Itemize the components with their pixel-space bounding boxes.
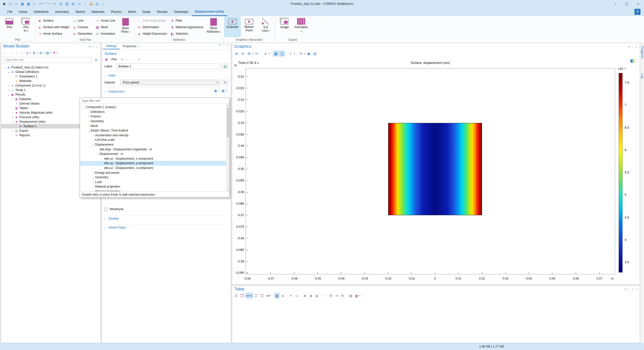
surface-plot[interactable] [388, 123, 482, 215]
zoom-out-icon[interactable]: ⊖ [240, 51, 246, 56]
more-plots-button[interactable]: MorePlots ▾ [117, 17, 134, 37]
tree-chevron-icon[interactable]: › [87, 124, 91, 127]
label-field-input[interactable] [116, 64, 220, 69]
cut-line-button[interactable]: CutLine ▾ [258, 17, 274, 37]
precision-icon[interactable]: ☰ [234, 293, 239, 298]
tree-item-displacement-m[interactable]: ⌄Displacement - m [80, 152, 229, 156]
tree-chevron-icon[interactable]: › [7, 84, 10, 87]
tree-item-results[interactable]: ⌄▣Results [1, 92, 100, 97]
tab-study[interactable]: Study [139, 8, 154, 16]
contour-table-icon[interactable]: ◍ [314, 293, 319, 298]
next-plot-icon[interactable]: → [132, 58, 135, 61]
tree-item-geometry[interactable]: ›Geometry [80, 175, 229, 180]
more-attributes-button[interactable]: MoreAttributes ▾ [206, 17, 222, 37]
save-as-icon[interactable]: ▣ [26, 1, 31, 7]
mb-show-icon[interactable]: ◎ [25, 50, 30, 55]
tree-item-elte-ux-displacement-x-component[interactable]: elte.ux - Displacement, x-component [80, 156, 229, 161]
redo-icon[interactable]: ↷ [45, 1, 51, 7]
tree-chevron-icon[interactable]: › [92, 134, 95, 137]
tree-item-elte-uy-displacement-y-component[interactable]: elte.uy - Displacement, y-component [80, 161, 229, 166]
export-table-icon[interactable]: ⇥ [334, 293, 339, 298]
inherit-style-section-header[interactable]: › Inherit Style [104, 226, 126, 229]
mb-expand-all-icon[interactable]: ≣ [38, 50, 43, 55]
scene-settings-icon[interactable]: ⟳ [298, 51, 304, 56]
panel-pin-icon[interactable]: ⊥ [226, 43, 229, 49]
tree-item-prueba2-disp-1-mph[interactable]: ⌄◈Prueba2_disp (1).mph (root) [1, 65, 100, 70]
surface-with-height-button[interactable]: ▲Surface with Height [36, 24, 71, 30]
zoom-in-icon[interactable]: ⊕ [234, 51, 239, 56]
surface-button[interactable]: ■Surface [36, 17, 71, 24]
engineering-notation-icon[interactable]: 8.5e-1 [254, 293, 259, 298]
tree-item-displacement[interactable]: ⌄Displacement [80, 142, 229, 147]
help-button[interactable]: ? [634, 9, 640, 15]
plot-in-button[interactable]: PlotIn ▾ [18, 17, 34, 37]
panel-menu-icon[interactable]: ▾ [219, 43, 221, 49]
clear-selection-icon[interactable]: ◪ [88, 1, 94, 7]
image-button[interactable]: Image [276, 17, 293, 37]
mb-filter-icon[interactable]: ▼ [52, 50, 57, 55]
tree-chevron-icon[interactable]: › [87, 120, 91, 123]
print-icon[interactable]: ▤ [312, 51, 318, 56]
tree-item-physical-properties[interactable]: ›Physical properties [80, 189, 229, 191]
scientific-notation-icon[interactable]: 8.85e-12 [239, 293, 245, 298]
tree-item-materials[interactable]: ●Materials [1, 79, 100, 83]
comsol-logo[interactable]: ◙ [2, 1, 7, 7]
tree-item-global-definitions[interactable]: ⌄⊕Global Definitions [1, 70, 100, 74]
quality-section-header[interactable]: › Quality [104, 216, 118, 220]
save-icon[interactable]: ▣ [20, 1, 25, 7]
material-appearance-button[interactable]: ❖Material Appearance [169, 24, 205, 30]
tab-physics[interactable]: Physics [108, 8, 125, 16]
zoom-box-icon[interactable]: ⊞ [246, 51, 252, 56]
undo-icon[interactable]: ↶ [38, 1, 43, 7]
model-builder-filter-input[interactable] [3, 57, 92, 63]
tree-item-elastic-waves-time-explicit[interactable]: ⌄Elastic Waves, Time Explicit [80, 128, 229, 133]
arrow-line-button[interactable]: ↗Arrow Line [94, 17, 117, 24]
clear-table-icon[interactable]: ✎ [289, 293, 294, 298]
tree-chevron-icon[interactable]: › [92, 190, 95, 191]
go-to-view-icon[interactable]: ∠ [263, 51, 268, 56]
run-icon[interactable]: ▷ [32, 1, 37, 7]
tree-item-component-1-comp1-[interactable]: ⌄Component 1 (comp1) [80, 105, 229, 110]
tree-chevron-icon[interactable]: ⌄ [11, 120, 14, 123]
tree-item-load[interactable]: ›Load [80, 180, 229, 185]
expression-section-header[interactable]: ⌄ Expression ←→▦▾▦▾ [104, 90, 228, 93]
expr-replace-icon[interactable]: ▦ [222, 89, 224, 93]
panel-float-icon[interactable]: □ [223, 43, 224, 49]
data-section-header[interactable]: ⌄ Data [104, 73, 228, 77]
expr-forward-icon[interactable]: → [209, 89, 212, 93]
rows-icon[interactable]: ▤ [348, 293, 353, 298]
close-icon[interactable]: × [636, 288, 638, 291]
copy-table-icon[interactable]: ⧉ [328, 293, 333, 298]
open-file-icon[interactable]: ▱ [14, 1, 19, 7]
tree-item-material-properties[interactable]: ›Material properties [80, 184, 229, 189]
tab-displacement-elte-[interactable]: Displacement (elte) [192, 8, 227, 16]
tree-chevron-icon[interactable]: ⌄ [87, 129, 91, 132]
color-palette-icon[interactable]: ◐ [288, 51, 294, 56]
tree-chevron-icon[interactable]: ⌄ [3, 66, 6, 69]
qat-collapse-icon[interactable]: ⌄ [100, 1, 106, 7]
tree-chevron-icon[interactable]: › [87, 115, 91, 118]
panel-pin-icon[interactable]: ⊥ [632, 288, 634, 291]
copy-icon[interactable]: ⧉ [58, 1, 64, 7]
expr-insert-icon[interactable]: ▦ [214, 89, 217, 93]
paste-icon[interactable]: ▤ [64, 1, 70, 7]
new-table-icon[interactable]: ⊞ [303, 293, 308, 298]
close-icon[interactable]: × [138, 45, 140, 48]
expr-back-icon[interactable]: ← [204, 89, 207, 93]
auto-notation-icon[interactable]: AUTO [245, 293, 253, 298]
tree-chevron-icon[interactable]: ⌄ [92, 143, 95, 146]
find-icon[interactable]: ◎ [94, 1, 100, 7]
wireframe-checkbox[interactable] [104, 208, 108, 211]
refresh-icon[interactable]: ⟳ [93, 57, 98, 62]
zoom-extents-icon[interactable]: ⊡ [254, 51, 260, 56]
settings-plot-button[interactable]: Plot [111, 58, 117, 61]
tree-chevron-icon[interactable]: › [92, 185, 95, 188]
mb-move-up-icon[interactable]: ↑ [14, 50, 19, 55]
legend-toggle-icon[interactable]: ◫ [279, 51, 285, 56]
tree-chevron-icon[interactable]: › [92, 181, 95, 184]
tab-geometry[interactable]: Geometry [52, 8, 72, 16]
marker-point-button[interactable]: MarkerPoint [241, 17, 257, 37]
tab-progress[interactable]: Progress [640, 46, 644, 58]
tree-chevron-icon[interactable]: › [11, 98, 14, 101]
points-table-icon[interactable]: ⁘ [320, 293, 325, 298]
